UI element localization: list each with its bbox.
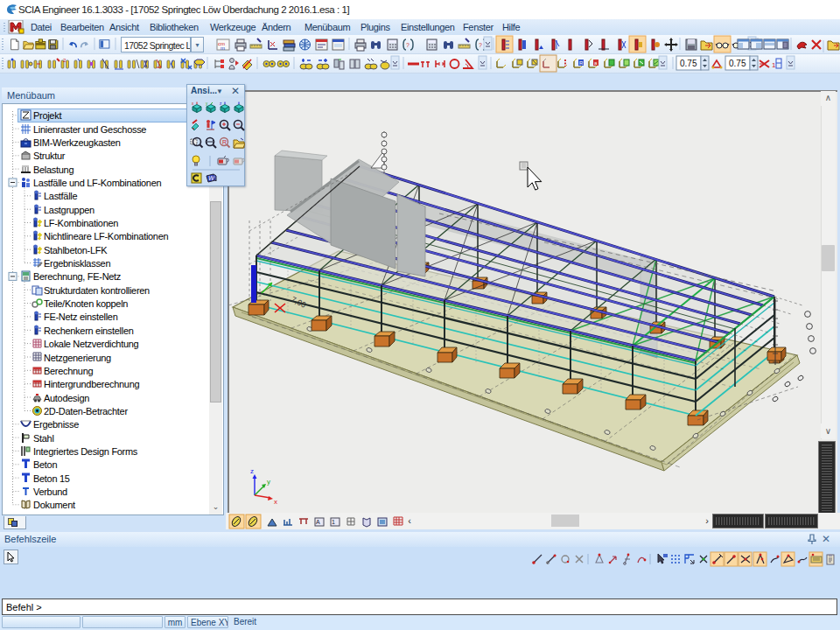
- svg-text:y: y: [267, 478, 270, 486]
- svg-text:1: 1: [772, 61, 776, 69]
- svg-text:A: A: [316, 519, 320, 525]
- svg-text:x: x: [274, 498, 277, 506]
- svg-text:?: ?: [406, 42, 410, 48]
- svg-text:R: R: [579, 60, 584, 66]
- svg-text:0.75: 0.75: [729, 59, 746, 68]
- svg-text:0.75: 0.75: [680, 59, 697, 68]
- svg-text:y: y: [206, 102, 208, 106]
- svg-text:R: R: [222, 139, 227, 145]
- svg-text:m: m: [220, 46, 225, 51]
- svg-text:?: ?: [479, 42, 482, 48]
- svg-text:1: 1: [332, 519, 335, 525]
- svg-text:z: z: [250, 467, 254, 475]
- svg-text:z: z: [220, 102, 222, 106]
- svg-text:x: x: [192, 102, 194, 106]
